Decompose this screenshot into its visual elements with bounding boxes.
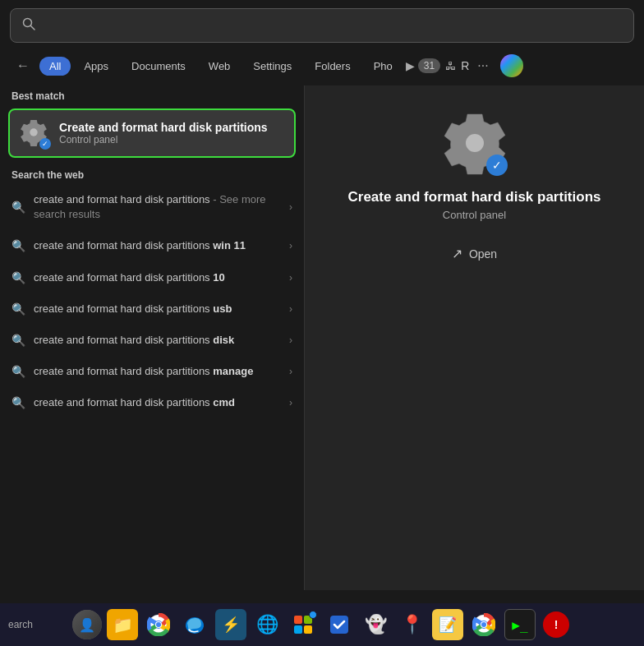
- list-item[interactable]: 🔍 create and format hard disk partitions…: [0, 387, 304, 418]
- chevron-right-icon: ›: [289, 201, 292, 213]
- taskbar-ghost[interactable]: 👻: [360, 609, 391, 640]
- search-icon-small: 🔍: [12, 201, 25, 214]
- taskbar-devtools[interactable]: ⚡: [215, 609, 246, 640]
- right-panel-title: Create and format hard disk partitions: [348, 189, 601, 205]
- list-item[interactable]: 🔍 create and format hard disk partitions…: [0, 356, 304, 387]
- taskbar-chrome2[interactable]: [468, 609, 499, 640]
- search-icon-small: 🔍: [12, 334, 25, 347]
- taskbar-file-explorer[interactable]: 📁: [107, 609, 138, 640]
- search-icon-small: 🔍: [12, 239, 25, 252]
- taskbar-edge[interactable]: [179, 609, 210, 640]
- list-item[interactable]: 🔍 create and format hard disk partitions…: [0, 184, 304, 230]
- more-button[interactable]: ···: [472, 55, 493, 76]
- svg-rect-13: [330, 616, 348, 634]
- tab-badge: 31: [418, 58, 440, 73]
- avatar[interactable]: [500, 54, 523, 77]
- svg-rect-12: [304, 625, 312, 634]
- search-icon-small: 🔍: [12, 302, 25, 316]
- taskbar: earch 👤 📁 ⚡ 🌐: [0, 603, 644, 646]
- best-match-item[interactable]: ✓ Create and format hard disk partitions…: [8, 108, 296, 158]
- best-match-title: Create and format hard disk partitions: [59, 121, 268, 134]
- search-icon-small: 🔍: [12, 271, 25, 284]
- search-icon-small: 🔍: [12, 396, 25, 409]
- taskbar-todo[interactable]: [324, 609, 355, 640]
- taskbar-globe[interactable]: 🌐: [251, 609, 283, 640]
- chevron-right-icon: ›: [289, 397, 292, 408]
- tab-settings[interactable]: Settings: [243, 57, 301, 76]
- open-label: Open: [469, 247, 497, 261]
- best-match-text: Create and format hard disk partitions C…: [59, 121, 268, 145]
- list-item[interactable]: 🔍 create and format hard disk partitions…: [0, 230, 304, 261]
- chevron-right-icon: ›: [289, 272, 292, 284]
- best-match-label: Best match: [0, 85, 304, 105]
- result-text: create and format hard disk partitions 1…: [34, 270, 281, 285]
- taskbar-maps[interactable]: 📍: [396, 609, 427, 640]
- svg-rect-9: [294, 616, 302, 624]
- main-content: Best match ✓ Create and format hard disk…: [0, 85, 644, 590]
- result-text: create and format hard disk partitions m…: [34, 364, 281, 379]
- result-text: create and format hard disk partitions w…: [34, 238, 281, 253]
- taskbar-chrome[interactable]: [143, 609, 174, 640]
- taskbar-terminal[interactable]: ▶_: [504, 609, 536, 640]
- svg-point-17: [481, 622, 486, 627]
- search-input[interactable]: create and format hard disk partitions: [44, 19, 622, 33]
- chevron-right-icon: ›: [289, 366, 292, 377]
- result-text: create and format hard disk partitions u…: [34, 302, 281, 316]
- play-button[interactable]: ▶: [406, 59, 415, 72]
- tab-all[interactable]: All: [39, 57, 71, 76]
- left-panel: Best match ✓ Create and format hard disk…: [0, 85, 304, 590]
- tab-pho[interactable]: Pho: [364, 57, 402, 76]
- tab-folders[interactable]: Folders: [305, 57, 360, 76]
- open-button[interactable]: ↗ Open: [452, 241, 497, 266]
- right-panel: ✓ Create and format hard disk partitions…: [304, 85, 644, 590]
- taskbar-avatar[interactable]: 👤: [72, 610, 102, 639]
- right-panel-icon: ✓: [442, 110, 508, 176]
- taskbar-sticky-notes[interactable]: 📝: [432, 609, 463, 640]
- svg-point-2: [30, 128, 37, 136]
- checkmark-badge: ✓: [39, 138, 51, 150]
- filter-tabs: ← All Apps Documents Web Settings Folder…: [0, 51, 644, 81]
- r-button[interactable]: R: [461, 59, 469, 72]
- search-icon-small: 🔍: [12, 365, 25, 378]
- right-panel-subtitle: Control panel: [443, 209, 506, 221]
- taskbar-store[interactable]: [288, 609, 319, 640]
- search-bar[interactable]: create and format hard disk partitions: [10, 8, 634, 43]
- right-check-badge: ✓: [486, 155, 508, 176]
- tab-documents[interactable]: Documents: [122, 57, 196, 76]
- svg-rect-10: [304, 616, 312, 624]
- open-icon: ↗: [452, 246, 462, 261]
- tab-apps[interactable]: Apps: [74, 57, 118, 76]
- taskbar-unknown[interactable]: !: [540, 609, 572, 640]
- search-the-web-label: Search the web: [0, 161, 304, 184]
- back-button[interactable]: ←: [10, 55, 36, 76]
- result-text: create and format hard disk partitions -…: [34, 192, 281, 222]
- svg-point-3: [466, 134, 484, 152]
- svg-rect-11: [294, 625, 302, 634]
- svg-point-7: [156, 622, 161, 627]
- result-text: create and format hard disk partitions d…: [34, 333, 281, 348]
- list-item[interactable]: 🔍 create and format hard disk partitions…: [0, 325, 304, 356]
- search-icon: [22, 17, 35, 34]
- chevron-right-icon: ›: [289, 303, 292, 315]
- list-item[interactable]: 🔍 create and format hard disk partitions…: [0, 262, 304, 293]
- chevron-right-icon: ›: [289, 240, 292, 251]
- svg-line-1: [31, 26, 35, 30]
- taskbar-search-label: earch: [8, 619, 33, 630]
- chevron-right-icon: ›: [289, 335, 292, 346]
- list-item[interactable]: 🔍 create and format hard disk partitions…: [0, 293, 304, 325]
- result-text: create and format hard disk partitions c…: [34, 395, 281, 410]
- signal-icon: 🖧: [445, 60, 456, 72]
- tab-web[interactable]: Web: [199, 57, 241, 76]
- best-match-icon: ✓: [20, 118, 49, 148]
- best-match-subtitle: Control panel: [59, 134, 268, 145]
